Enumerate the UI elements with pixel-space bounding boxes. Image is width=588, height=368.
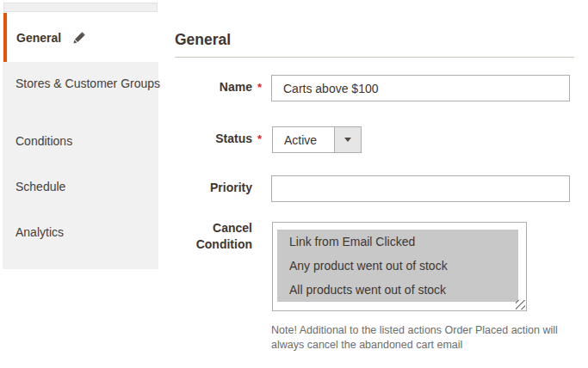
priority-label: Priority [175, 180, 252, 196]
cancel-condition-note: Note! Additional to the listed actions O… [271, 323, 588, 353]
status-select[interactable]: Active [272, 126, 362, 153]
sidebar-item-general[interactable]: General [3, 13, 158, 62]
status-required-asterisk: * [257, 132, 268, 145]
chevron-down-icon [344, 138, 351, 142]
option-all-products-out-of-stock[interactable]: All products went out of stock [277, 278, 518, 302]
cancel-condition-multiselect[interactable]: Link from Email Clicked Any product went… [272, 222, 527, 311]
page-title: General [175, 31, 231, 49]
resize-handle-icon[interactable] [516, 300, 525, 310]
edit-pencil-icon[interactable] [72, 31, 86, 45]
nav-top-strip [3, 3, 158, 12]
title-divider [175, 57, 574, 58]
sidebar-item-stores-customer-groups[interactable]: Stores & Customer Groups [15, 77, 158, 103]
option-link-from-email-clicked[interactable]: Link from Email Clicked [277, 230, 518, 254]
name-required-asterisk: * [257, 81, 268, 94]
select-arrow-button[interactable] [334, 127, 361, 152]
status-label: Status [175, 131, 252, 147]
status-selected-value: Active [273, 127, 334, 152]
sidebar-item-schedule[interactable]: Schedule [15, 181, 158, 206]
option-any-product-out-of-stock[interactable]: Any product went out of stock [277, 254, 518, 278]
sidebar-item-label: General [16, 31, 61, 45]
priority-input[interactable] [271, 175, 570, 202]
sidebar-item-analytics[interactable]: Analytics [15, 226, 158, 252]
name-input[interactable] [271, 75, 570, 101]
sidebar-item-conditions[interactable]: Conditions [15, 135, 158, 161]
cancel-condition-label: Cancel Condition [175, 220, 252, 253]
sidebar-tab-group: Stores & Customer Groups Conditions Sche… [3, 62, 158, 269]
rule-edit-page: General Stores & Customer Groups Conditi… [0, 0, 588, 368]
name-label: Name [175, 79, 252, 95]
